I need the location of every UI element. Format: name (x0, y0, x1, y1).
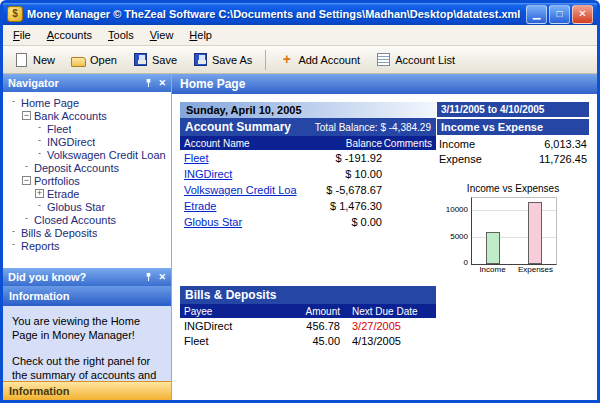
tree-item-label[interactable]: Bills & Deposits (21, 227, 97, 239)
account-row: Etrade$ 1,476.30 (180, 198, 436, 214)
tree-item[interactable]: -Reports (3, 239, 171, 252)
collapse-icon[interactable]: − (22, 176, 31, 185)
account-link[interactable]: Fleet (184, 152, 302, 164)
close-button[interactable]: ✕ (572, 5, 593, 24)
account-link[interactable]: INGDirect (184, 168, 302, 180)
income-expense-column: 3/11/2005 to 4/10/2005 Income vs Expense… (437, 102, 589, 274)
account-summary-header: Account Summary Total Balance: $ -4,384.… (180, 118, 436, 136)
information-header: Information (3, 286, 171, 306)
bills-header: Bills & Deposits (180, 286, 436, 304)
account-link[interactable]: Volkswagen Credit Loa (184, 184, 302, 196)
tree-item-label[interactable]: Fleet (47, 123, 71, 135)
bill-payee: INGDirect (184, 320, 276, 332)
pin-icon[interactable] (144, 78, 153, 88)
menu-item-help[interactable]: Help (181, 27, 220, 43)
toolbar-button-list[interactable]: Account List (369, 49, 462, 70)
toolbar-button-new[interactable]: New (7, 50, 62, 70)
save-icon (134, 53, 147, 66)
did-you-know-close-icon[interactable]: ✕ (158, 272, 166, 282)
maximize-button[interactable]: □ (549, 5, 570, 24)
tree-item[interactable]: -Volkswagen Credit Loan (3, 148, 171, 161)
toolbar-button-save[interactable]: Save (126, 49, 184, 70)
tree-dash-icon: - (35, 202, 44, 211)
toolbar-button-label: Open (90, 54, 117, 66)
column-header: Account Name (184, 138, 302, 149)
expand-icon[interactable]: + (35, 189, 44, 198)
account-row: Volkswagen Credit Loa$ -5,678.67 (180, 182, 436, 198)
toolbar: NewOpenSaveSave As+Add AccountAccount Li… (3, 46, 597, 74)
tree-item[interactable]: -INGDirect (3, 135, 171, 148)
income-expense-label: Income (439, 137, 475, 152)
income-expense-row: Income6,013.34 (437, 137, 589, 152)
account-summary-title: Account Summary (185, 120, 291, 134)
navigator-tree: -Home Page−Bank Accounts-Fleet-INGDirect… (3, 92, 171, 268)
tree-item-label[interactable]: Closed Accounts (34, 214, 116, 226)
period-header: 3/11/2005 to 4/10/2005 (437, 102, 589, 117)
tree-item-label[interactable]: Etrade (47, 188, 79, 200)
tree-dash-icon: - (22, 163, 31, 172)
column-header: Balance (302, 138, 382, 149)
tree-item-label[interactable]: Portfolios (34, 175, 80, 187)
chart-bar-expenses (528, 202, 542, 264)
page-title: Home Page (172, 74, 597, 94)
toolbar-button-saveas[interactable]: Save As (186, 49, 259, 70)
account-link[interactable]: Globus Star (184, 216, 302, 228)
total-balance: Total Balance: $ -4,384.29 (315, 122, 431, 133)
toolbar-button-label: Save As (212, 54, 252, 66)
tree-item[interactable]: -Globus Star (3, 200, 171, 213)
toolbar-button-open[interactable]: Open (64, 50, 124, 70)
menu-item-tools[interactable]: Tools (100, 27, 142, 43)
toolbar-button-label: New (33, 54, 55, 66)
tree-item-label[interactable]: Home Page (21, 97, 79, 109)
bill-amount: 45.00 (276, 335, 340, 347)
y-tick-label: 5000 (450, 232, 468, 241)
menu-item-view[interactable]: View (142, 27, 182, 43)
toolbar-button-add[interactable]: +Add Account (272, 49, 367, 70)
account-summary-column-headers: Account NameBalanceComments (180, 136, 436, 150)
bill-amount: 456.78 (276, 320, 340, 332)
information-paragraph: Check out the right panel for the summar… (12, 354, 162, 381)
tree-item[interactable]: +Etrade (3, 187, 171, 200)
chart-bar-income (486, 232, 500, 264)
tree-dash-icon: - (9, 241, 18, 250)
minimize-button[interactable]: ▁ (526, 5, 547, 24)
column-header: Payee (184, 306, 276, 317)
tree-item-label[interactable]: Globus Star (47, 201, 105, 213)
tree-item[interactable]: -Fleet (3, 122, 171, 135)
saveas-icon (194, 53, 207, 66)
pin-icon[interactable] (144, 272, 153, 282)
did-you-know-header: Did you know? ✕ (3, 268, 171, 286)
tree-item[interactable]: −Portfolios (3, 174, 171, 187)
tree-item-label[interactable]: Bank Accounts (34, 110, 107, 122)
app-icon: $ (7, 6, 23, 22)
did-you-know-title: Did you know? (8, 271, 86, 283)
gridline (472, 237, 556, 238)
income-expense-title: Income vs Expense (437, 119, 589, 135)
income-expense-rows: Income6,013.34Expense11,726.45 (437, 137, 589, 167)
income-expense-row: Expense11,726.45 (437, 152, 589, 167)
home-page-content: Sunday, April 10, 2005 Account Summary T… (172, 94, 597, 400)
menu-item-accounts[interactable]: Accounts (39, 27, 100, 43)
bill-row: INGDirect456.783/27/2005 (180, 318, 436, 333)
tree-item[interactable]: -Home Page (3, 96, 171, 109)
tree-item-label[interactable]: Volkswagen Credit Loan (47, 149, 166, 161)
tree-item-label[interactable]: Reports (21, 240, 60, 252)
title-bar: $ Money Manager © TheZeal Software C:\Do… (3, 3, 597, 25)
window-controls: ▁ □ ✕ (526, 5, 593, 24)
tree-item-label[interactable]: INGDirect (47, 136, 95, 148)
navigator-close-icon[interactable]: ✕ (158, 78, 166, 88)
tree-dash-icon: - (22, 215, 31, 224)
app-body: Navigator ✕ -Home Page−Bank Accounts-Fle… (3, 74, 597, 400)
collapse-icon[interactable]: − (22, 111, 31, 120)
tree-item[interactable]: -Bills & Deposits (3, 226, 171, 239)
tree-item-label[interactable]: Deposit Accounts (34, 162, 119, 174)
tree-dash-icon: - (35, 137, 44, 146)
tree-item[interactable]: -Closed Accounts (3, 213, 171, 226)
tree-item[interactable]: -Deposit Accounts (3, 161, 171, 174)
toolbar-button-label: Add Account (298, 54, 360, 66)
tree-item[interactable]: −Bank Accounts (3, 109, 171, 122)
menu-item-file[interactable]: File (5, 27, 39, 43)
account-link[interactable]: Etrade (184, 200, 302, 212)
information-collapsed-bar[interactable]: Information (3, 381, 171, 400)
y-tick-label: 10000 (446, 205, 468, 214)
